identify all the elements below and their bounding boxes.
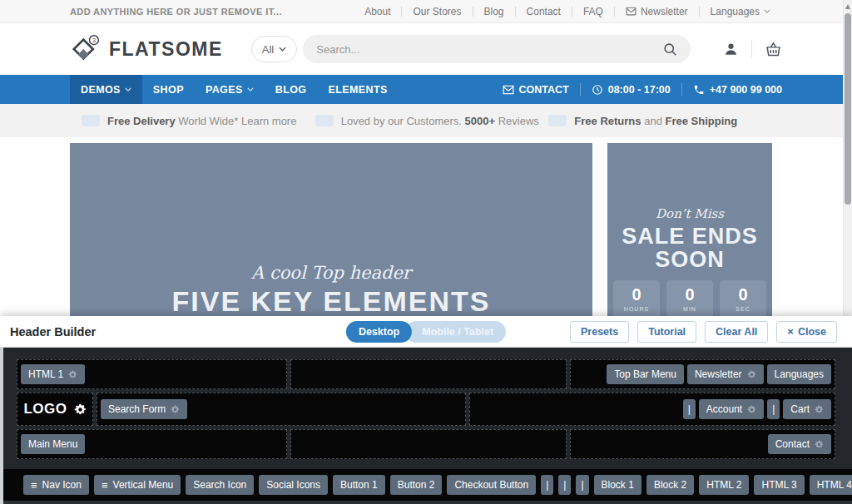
learn-more-link[interactable]: Learn more [241,115,296,127]
gear-icon[interactable] [68,370,77,379]
sale-banner[interactable]: Don’t Miss SALE ENDS SOON 0 HOURS 0 MIN … [607,143,772,316]
topbar-link-about[interactable]: About [363,6,392,17]
tutorial-button[interactable]: Tutorial [637,321,696,343]
builder-cell-main-right[interactable]: | Account | Cart [469,393,835,426]
element-divider[interactable]: | [767,399,780,419]
gear-icon[interactable] [747,370,756,379]
gear-icon[interactable] [747,405,756,414]
builder-cell-top-center[interactable] [290,359,567,389]
element-newsletter[interactable]: Newsletter [687,364,764,384]
palette-social-icons[interactable]: Social Icons [259,475,328,495]
topbar-link-contact[interactable]: Contact [525,6,562,17]
gear-icon[interactable] [171,405,180,414]
divider [473,7,473,17]
benefits-bar: Free Delivery World Wide* Learn more Lov… [0,104,852,137]
palette-vertical-menu[interactable]: ≡Vertical Menu [94,475,181,495]
element-html1[interactable]: HTML 1 [21,364,85,384]
account-icon[interactable] [723,42,739,57]
palette-block-1[interactable]: Block 1 [594,475,641,495]
presets-button[interactable]: Presets [570,321,629,343]
palette-divider[interactable]: | [541,475,553,495]
countdown: 0 HOURS 0 MIN 0 SEC [613,280,766,316]
palette-divider[interactable]: | [576,475,588,495]
header-builder-canvas: HTML 1 Top Bar Menu Newsletter Languages… [0,348,852,504]
palette-checkout-button[interactable]: Checkout Button [447,475,536,495]
nav-item-demos[interactable]: DEMOS [70,75,142,104]
element-search-form[interactable]: Search Form [101,399,187,419]
element-languages[interactable]: Languages [767,364,831,384]
element-contact[interactable]: Contact [768,434,831,454]
nav-item-elements[interactable]: ELEMENTS [317,75,398,104]
svg-text:3: 3 [92,37,96,44]
hero-subtitle: A cool Top header [251,263,411,283]
element-main-menu[interactable]: Main Menu [21,434,85,454]
builder-cell-top-left[interactable]: HTML 1 [17,359,287,389]
palette-html-2[interactable]: HTML 2 [699,475,749,495]
nav-item-blog[interactable]: BLOG [265,75,318,104]
page-scrollbar[interactable] [843,0,852,316]
element-cart[interactable]: Cart [783,399,831,419]
topbar-link-languages[interactable]: Languages [709,6,772,17]
mobile-tablet-toggle-button[interactable]: Mobile / Tablet [405,321,506,343]
element-top-bar-menu[interactable]: Top Bar Menu [607,364,684,384]
builder-cell-top-right[interactable]: Top Bar Menu Newsletter Languages [570,359,835,389]
header-builder-toolbar: Header Builder Desktop Mobile / Tablet P… [0,316,852,348]
countdown-hours: 0 HOURS [613,280,660,316]
builder-cell-bottom-right[interactable]: Contact [570,429,835,459]
topbar-link-blog[interactable]: Blog [483,6,506,17]
gear-icon[interactable] [815,440,824,449]
palette-block-2[interactable]: Block 2 [646,475,694,495]
palette-divider[interactable]: | [558,475,571,495]
palette-search-icon[interactable]: Search Icon [186,475,254,495]
search-input[interactable]: Search... [303,35,691,63]
element-divider[interactable]: | [683,399,696,419]
panel-title: Header Builder [10,325,96,338]
envelope-icon [503,84,514,96]
clear-all-button[interactable]: Clear All [705,321,768,343]
builder-row-top: HTML 1 Top Bar Menu Newsletter Languages [17,359,835,389]
nav-item-pages[interactable]: PAGES [195,75,265,104]
nav-item-shop[interactable]: SHOP [142,75,195,104]
divider [751,40,752,58]
nav-contact-link[interactable]: CONTACT [503,84,569,96]
topbar-link-newsletter[interactable]: Newsletter [624,6,690,17]
desktop-toggle-button[interactable]: Desktop [346,321,412,343]
gear-icon[interactable] [815,405,824,414]
element-logo[interactable]: LOGO [17,393,93,426]
builder-row-bottom: Main Menu Contact [17,429,835,459]
hero-title: FIVE KEY ELEMENTS [172,285,491,316]
divider [515,7,516,17]
chevron-down-icon [764,9,770,13]
hero-section: A cool Top header FIVE KEY ELEMENTS Don’… [0,137,852,316]
topbar-link-our-stores[interactable]: Our Stores [411,6,463,17]
search-category-select[interactable]: All [251,36,297,62]
panel-actions: Presets Tutorial Clear All × Close [570,321,842,343]
envelope-icon [626,6,637,17]
builder-cell-bottom-center[interactable] [290,429,567,459]
topbar-link-faq[interactable]: FAQ [582,6,605,17]
topbar-message: ADD ANYTHING HERE OR JUST REMOVE IT... [70,7,282,17]
cart-basket-icon[interactable] [765,41,782,58]
scrollbar-thumb[interactable] [845,13,851,205]
palette-button-2[interactable]: Button 2 [390,475,443,495]
hamburger-icon: ≡ [31,480,37,491]
element-palette: ≡Nav Icon ≡Vertical Menu Search Icon Soc… [3,469,852,501]
palette-button-1[interactable]: Button 1 [333,475,385,495]
brand-logo[interactable]: 3 FLATSOME [70,34,223,64]
scroll-up-arrow-icon[interactable] [845,4,850,9]
close-button[interactable]: × Close [776,321,837,343]
builder-cell-bottom-left[interactable]: Main Menu [17,429,287,459]
close-icon: × [787,325,794,338]
palette-html-4[interactable]: HTML 4 [810,475,852,495]
palette-nav-icon[interactable]: ≡Nav Icon [23,475,89,495]
search-icon[interactable] [663,42,677,57]
benefit-free-delivery: Free Delivery World Wide* Learn more [70,115,315,127]
element-account[interactable]: Account [699,399,764,419]
divider [580,83,581,96]
nav-phone-number[interactable]: +47 900 99 000 [693,84,782,96]
benefit-reviews: Loved by our Customers. 5000+ Reviews [315,115,549,127]
hero-banner[interactable]: A cool Top header FIVE KEY ELEMENTS [70,143,592,316]
palette-html-3[interactable]: HTML 3 [754,475,804,495]
builder-cell-main-center[interactable]: Search Form [97,393,466,426]
gear-icon[interactable] [74,403,87,416]
